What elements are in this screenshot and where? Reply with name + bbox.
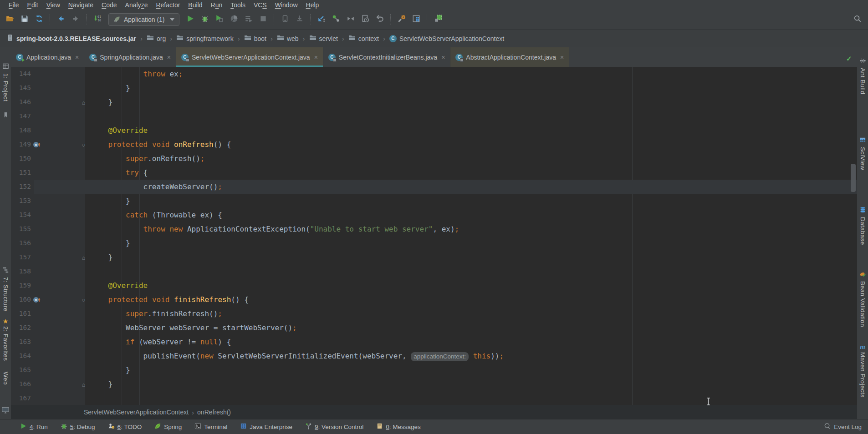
overriding-method-icon[interactable]: o↑ <box>33 137 41 151</box>
event-log-button[interactable]: Event Log <box>824 423 862 431</box>
toolwindow-button-database[interactable]: Database <box>859 207 866 245</box>
menu-navigate[interactable]: Navigate <box>64 1 97 9</box>
toolwindow-button-ant-build[interactable]: Ant Build <box>859 57 866 95</box>
open-button[interactable] <box>4 14 16 25</box>
fold-slot: ⌂ <box>47 137 89 151</box>
forward-button[interactable] <box>70 14 82 25</box>
stop-button[interactable] <box>257 14 269 25</box>
vcs-revert-button[interactable] <box>374 14 386 25</box>
toolwindow-label: Web <box>2 372 9 385</box>
event-log-label: Event Log <box>834 424 862 430</box>
fold-marker-icon[interactable]: ⌂ <box>82 96 85 110</box>
menu-vcs[interactable]: VCS <box>250 1 271 9</box>
plugin-button[interactable] <box>432 14 444 25</box>
toolwindow-button-item[interactable] <box>2 111 9 120</box>
vcs-diff-button[interactable] <box>345 14 357 25</box>
tab-servletwebserverapplicationcontext-java[interactable]: CServletWebServerApplicationContext.java… <box>176 47 323 67</box>
code-line-154: 154 catch (Throwable ex) { <box>11 208 857 222</box>
breadcrumb-springframework[interactable]: springframework <box>175 34 234 43</box>
fold-marker-icon[interactable]: ⌂ <box>82 251 85 265</box>
editor-scrollbar-thumb[interactable] <box>851 164 856 192</box>
menu-analyze[interactable]: Analyze <box>121 1 152 9</box>
menu-refactor[interactable]: Refactor <box>152 1 184 9</box>
vcs-history-button[interactable] <box>359 14 371 25</box>
line-number: 154 <box>11 208 31 222</box>
fold-marker-icon[interactable]: ⌂ <box>82 293 85 308</box>
menu-build[interactable]: Build <box>184 1 206 9</box>
breadcrumb-label: springframework <box>186 35 233 42</box>
save-button[interactable] <box>19 14 31 25</box>
run-config-combo[interactable]: Application (1) <box>108 13 179 26</box>
inspections-ok-icon[interactable]: ✓ <box>846 55 852 63</box>
tool-button-5-debug[interactable]: 5: Debug <box>61 423 95 431</box>
breadcrumb-servlet[interactable]: servlet <box>308 34 339 43</box>
breadcrumb-org[interactable]: org <box>146 34 167 43</box>
breadcrumb-spring-boot-2-0-3-release-sources-jar[interactable]: spring-boot-2.0.3.RELEASE-sources.jar <box>5 34 137 43</box>
vcs-update-button[interactable] <box>316 14 327 25</box>
tool-button-terminal[interactable]: Terminal <box>194 423 227 431</box>
toolwindow-button-maven-projects[interactable]: mMaven Projects <box>859 343 866 398</box>
close-tab-icon[interactable]: × <box>560 54 564 61</box>
code-text: } <box>89 250 112 264</box>
attach-download-button[interactable] <box>294 14 306 25</box>
close-tab-icon[interactable]: × <box>75 54 79 61</box>
toolwindow-button-bean-validation[interactable]: Bean Validation <box>859 271 866 327</box>
sync-button[interactable] <box>33 14 45 25</box>
coverage-button[interactable] <box>214 14 225 25</box>
settings-button[interactable] <box>396 14 408 25</box>
toolwindow-switcher-icon[interactable] <box>1 406 10 415</box>
menu-help[interactable]: Help <box>302 1 323 9</box>
toolwindow-button-2-favorites[interactable]: ★2: Favorites <box>2 318 9 361</box>
menu-window[interactable]: Window <box>271 1 302 9</box>
tab-abstractapplicationcontext-java[interactable]: CAbstractApplicationContext.java× <box>450 47 569 67</box>
toolwindow-button-web[interactable]: Web <box>2 372 9 385</box>
tool-button-0-messages[interactable]: 0: Messages <box>376 423 421 431</box>
toolwindow-button-sciview[interactable]: SciView <box>859 136 866 170</box>
menu-code[interactable]: Code <box>97 1 121 9</box>
run-button[interactable] <box>184 14 196 25</box>
multirun-button[interactable] <box>243 14 255 25</box>
breadcrumb-servletwebserverapplicationcontext[interactable]: CServletWebServerApplicationContext <box>388 35 505 42</box>
attach-phone-button[interactable] <box>279 14 291 25</box>
breadcrumb-web[interactable]: web <box>276 34 300 43</box>
search-everywhere-button[interactable] <box>852 14 863 25</box>
overriding-method-icon[interactable]: o↑ <box>33 293 41 307</box>
menu-tools[interactable]: Tools <box>226 1 250 9</box>
text-cursor-pointer <box>706 398 711 407</box>
toolwindow-button-7-structure[interactable]: 7: Structure <box>2 267 9 312</box>
tool-button-spring[interactable]: Spring <box>154 423 182 431</box>
code-line-165: 165 } <box>11 363 857 377</box>
code-line-146: 146⌂ } <box>11 95 857 109</box>
fold-marker-icon[interactable]: ⌂ <box>82 138 85 152</box>
close-tab-icon[interactable]: × <box>314 54 318 61</box>
tool-button-4-run[interactable]: 4: Run <box>20 423 48 431</box>
tool-button-6-todo[interactable]: 6: TODO <box>108 423 142 431</box>
tab-application-java[interactable]: CApplication.java× <box>11 47 84 67</box>
toolwindow-button-1-project[interactable]: 1: Project <box>2 63 9 101</box>
code-line-147: 147 <box>11 109 857 123</box>
tab-springapplication-java[interactable]: CSpringApplication.java× <box>84 47 176 67</box>
profile-button[interactable] <box>228 14 240 25</box>
fold-marker-icon[interactable]: ⌂ <box>82 378 85 392</box>
debug-button[interactable] <box>199 14 211 25</box>
compile-button[interactable]: 0110 <box>92 14 103 25</box>
breadcrumb-context[interactable]: context <box>347 34 380 43</box>
project-structure-button[interactable] <box>410 14 422 25</box>
menu-edit[interactable]: Edit <box>23 1 42 9</box>
back-button[interactable] <box>55 14 67 25</box>
code-editor[interactable]: 144 throw ex;145 }146⌂ }147148 @Override… <box>11 67 857 405</box>
editor-breadcrumb-servletwebserverapplicationcontext[interactable]: ServletWebServerApplicationContext <box>84 409 189 416</box>
tool-button-9-version-control[interactable]: 9: Version Control <box>305 423 363 431</box>
menu-file[interactable]: File <box>5 1 23 9</box>
breadcrumb-boot[interactable]: boot <box>243 34 267 43</box>
database-icon <box>859 207 866 215</box>
vcs-commit-button[interactable] <box>330 14 342 25</box>
tab-servletcontextinitializerbeans-java[interactable]: CServletContextInitializerBeans.java× <box>323 47 451 67</box>
tool-button-java-enterprise[interactable]: Java Enterprise <box>240 423 292 431</box>
menu-run[interactable]: Run <box>207 1 227 9</box>
menu-view[interactable]: View <box>42 1 64 9</box>
close-tab-icon[interactable]: × <box>167 54 171 61</box>
close-tab-icon[interactable]: × <box>441 54 445 61</box>
menu-bar: FileEditViewNavigateCodeAnalyzeRefactorB… <box>0 0 868 10</box>
editor-breadcrumb-onrefresh[interactable]: onRefresh() <box>197 409 231 416</box>
